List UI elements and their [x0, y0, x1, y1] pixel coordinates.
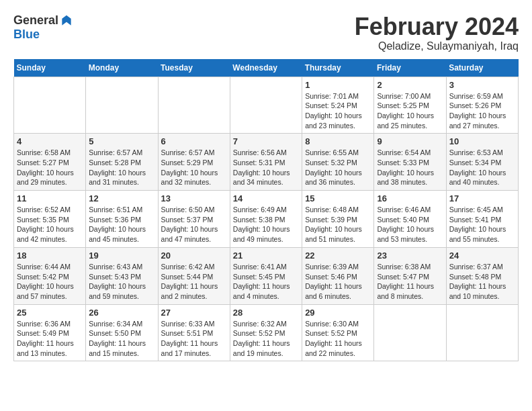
day-number: 26	[89, 308, 154, 318]
logo-general-text: General	[13, 13, 58, 28]
day-info: Sunrise: 6:57 AMSunset: 5:28 PMDaylight:…	[89, 148, 154, 187]
day-number: 10	[449, 136, 515, 146]
calendar-header-thursday: Thursday	[302, 59, 374, 77]
calendar-week-row: 18Sunrise: 6:44 AMSunset: 5:42 PMDayligh…	[14, 247, 519, 304]
day-number: 3	[449, 80, 515, 90]
day-number: 1	[305, 80, 371, 90]
day-number: 2	[377, 80, 443, 90]
calendar-cell: 4Sunrise: 6:58 AMSunset: 5:27 PMDaylight…	[14, 134, 86, 191]
month-title: February 2024	[355, 13, 519, 40]
day-info: Sunrise: 6:53 AMSunset: 5:34 PMDaylight:…	[449, 148, 515, 187]
day-info: Sunrise: 6:49 AMSunset: 5:38 PMDaylight:…	[233, 205, 299, 244]
calendar-week-row: 1Sunrise: 7:01 AMSunset: 5:24 PMDaylight…	[14, 77, 519, 134]
calendar-cell: 22Sunrise: 6:39 AMSunset: 5:46 PMDayligh…	[302, 247, 374, 304]
calendar-cell: 9Sunrise: 6:54 AMSunset: 5:33 PMDaylight…	[374, 134, 446, 191]
day-number: 16	[377, 193, 443, 203]
day-info: Sunrise: 6:33 AMSunset: 5:51 PMDaylight:…	[161, 319, 227, 359]
day-info: Sunrise: 6:42 AMSunset: 5:44 PMDaylight:…	[161, 262, 227, 302]
day-number: 18	[17, 250, 83, 261]
day-info: Sunrise: 6:44 AMSunset: 5:42 PMDaylight:…	[17, 262, 83, 302]
calendar-header-tuesday: Tuesday	[158, 59, 230, 77]
day-info: Sunrise: 7:00 AMSunset: 5:25 PMDaylight:…	[377, 91, 443, 131]
day-info: Sunrise: 6:34 AMSunset: 5:50 PMDaylight:…	[89, 319, 154, 359]
calendar-cell: 17Sunrise: 6:45 AMSunset: 5:41 PMDayligh…	[446, 191, 518, 248]
calendar-cell: 7Sunrise: 6:56 AMSunset: 5:31 PMDaylight…	[230, 134, 302, 191]
logo-blue-text: Blue	[13, 28, 40, 41]
calendar-cell: 15Sunrise: 6:48 AMSunset: 5:39 PMDayligh…	[302, 191, 374, 248]
page-header: General Blue February 2024 Qeladize, Sul…	[13, 13, 519, 52]
day-number: 7	[233, 136, 299, 146]
day-number: 17	[449, 193, 515, 203]
day-info: Sunrise: 6:48 AMSunset: 5:39 PMDaylight:…	[305, 205, 371, 244]
calendar-cell	[446, 304, 518, 361]
calendar-cell	[86, 77, 158, 134]
day-number: 20	[161, 250, 227, 261]
calendar-cell: 26Sunrise: 6:34 AMSunset: 5:50 PMDayligh…	[86, 304, 158, 361]
day-info: Sunrise: 6:57 AMSunset: 5:29 PMDaylight:…	[161, 148, 227, 187]
calendar-cell: 28Sunrise: 6:32 AMSunset: 5:52 PMDayligh…	[230, 304, 302, 361]
day-number: 4	[17, 136, 83, 146]
day-number: 29	[305, 308, 371, 318]
day-info: Sunrise: 6:37 AMSunset: 5:48 PMDaylight:…	[449, 262, 515, 302]
calendar-cell: 24Sunrise: 6:37 AMSunset: 5:48 PMDayligh…	[446, 247, 518, 304]
day-number: 9	[377, 136, 443, 146]
calendar-cell: 20Sunrise: 6:42 AMSunset: 5:44 PMDayligh…	[158, 247, 230, 304]
logo: General Blue	[13, 13, 73, 42]
day-number: 8	[305, 136, 371, 146]
calendar-header-monday: Monday	[86, 59, 158, 77]
day-info: Sunrise: 6:56 AMSunset: 5:31 PMDaylight:…	[233, 148, 299, 187]
calendar-cell: 11Sunrise: 6:52 AMSunset: 5:35 PMDayligh…	[14, 191, 86, 248]
day-info: Sunrise: 7:01 AMSunset: 5:24 PMDaylight:…	[305, 91, 371, 131]
calendar-cell: 2Sunrise: 7:00 AMSunset: 5:25 PMDaylight…	[374, 77, 446, 134]
day-number: 24	[449, 250, 515, 261]
calendar-header-row: SundayMondayTuesdayWednesdayThursdayFrid…	[14, 59, 519, 77]
day-number: 21	[233, 250, 299, 261]
calendar-cell	[158, 77, 230, 134]
calendar-cell: 19Sunrise: 6:43 AMSunset: 5:43 PMDayligh…	[86, 247, 158, 304]
day-number: 12	[89, 193, 154, 203]
calendar-cell	[14, 77, 86, 134]
calendar-header-saturday: Saturday	[446, 59, 518, 77]
logo-icon	[60, 14, 73, 28]
calendar-cell: 29Sunrise: 6:30 AMSunset: 5:52 PMDayligh…	[302, 304, 374, 361]
calendar-cell: 27Sunrise: 6:33 AMSunset: 5:51 PMDayligh…	[158, 304, 230, 361]
title-block: February 2024 Qeladize, Sulaymaniyah, Ir…	[355, 13, 519, 52]
day-info: Sunrise: 6:52 AMSunset: 5:35 PMDaylight:…	[17, 205, 83, 244]
day-info: Sunrise: 6:55 AMSunset: 5:32 PMDaylight:…	[305, 148, 371, 187]
calendar-cell: 6Sunrise: 6:57 AMSunset: 5:29 PMDaylight…	[158, 134, 230, 191]
calendar-week-row: 4Sunrise: 6:58 AMSunset: 5:27 PMDaylight…	[14, 134, 519, 191]
calendar-cell: 18Sunrise: 6:44 AMSunset: 5:42 PMDayligh…	[14, 247, 86, 304]
calendar-week-row: 25Sunrise: 6:36 AMSunset: 5:49 PMDayligh…	[14, 304, 519, 361]
day-number: 19	[89, 250, 154, 261]
location-title: Qeladize, Sulaymaniyah, Iraq	[355, 40, 519, 52]
calendar-cell: 1Sunrise: 7:01 AMSunset: 5:24 PMDaylight…	[302, 77, 374, 134]
calendar-header-friday: Friday	[374, 59, 446, 77]
calendar-cell: 25Sunrise: 6:36 AMSunset: 5:49 PMDayligh…	[14, 304, 86, 361]
calendar-cell: 8Sunrise: 6:55 AMSunset: 5:32 PMDaylight…	[302, 134, 374, 191]
calendar-cell	[230, 77, 302, 134]
day-number: 13	[161, 193, 227, 203]
calendar-cell	[374, 304, 446, 361]
calendar-cell: 12Sunrise: 6:51 AMSunset: 5:36 PMDayligh…	[86, 191, 158, 248]
day-info: Sunrise: 6:45 AMSunset: 5:41 PMDaylight:…	[449, 205, 515, 244]
calendar-cell: 21Sunrise: 6:41 AMSunset: 5:45 PMDayligh…	[230, 247, 302, 304]
calendar-cell: 23Sunrise: 6:38 AMSunset: 5:47 PMDayligh…	[374, 247, 446, 304]
day-info: Sunrise: 6:59 AMSunset: 5:26 PMDaylight:…	[449, 91, 515, 131]
day-info: Sunrise: 6:38 AMSunset: 5:47 PMDaylight:…	[377, 262, 443, 302]
day-number: 28	[233, 308, 299, 318]
calendar-cell: 14Sunrise: 6:49 AMSunset: 5:38 PMDayligh…	[230, 191, 302, 248]
day-info: Sunrise: 6:50 AMSunset: 5:37 PMDaylight:…	[161, 205, 227, 244]
day-number: 23	[377, 250, 443, 261]
calendar-cell: 13Sunrise: 6:50 AMSunset: 5:37 PMDayligh…	[158, 191, 230, 248]
day-info: Sunrise: 6:41 AMSunset: 5:45 PMDaylight:…	[233, 262, 299, 302]
day-info: Sunrise: 6:30 AMSunset: 5:52 PMDaylight:…	[305, 319, 371, 359]
day-number: 22	[305, 250, 371, 261]
day-number: 25	[17, 308, 83, 318]
calendar-cell: 3Sunrise: 6:59 AMSunset: 5:26 PMDaylight…	[446, 77, 518, 134]
calendar-header-wednesday: Wednesday	[230, 59, 302, 77]
day-number: 14	[233, 193, 299, 203]
day-info: Sunrise: 6:54 AMSunset: 5:33 PMDaylight:…	[377, 148, 443, 187]
day-number: 5	[89, 136, 154, 146]
calendar-cell: 16Sunrise: 6:46 AMSunset: 5:40 PMDayligh…	[374, 191, 446, 248]
day-number: 11	[17, 193, 83, 203]
